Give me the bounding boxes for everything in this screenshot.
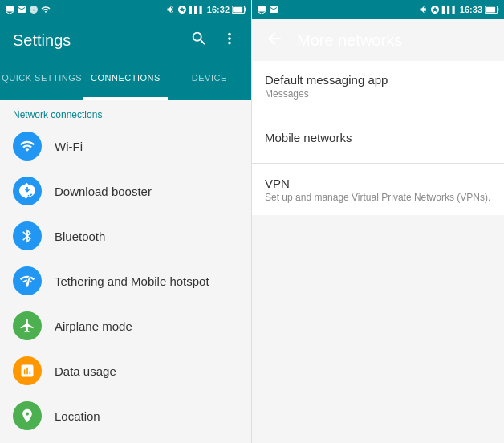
wifi-icon bbox=[13, 132, 42, 161]
vpn-subtitle: Set up and manage Virtual Private Networ… bbox=[265, 192, 491, 203]
location-label: Location bbox=[55, 409, 100, 423]
vpn-item[interactable]: VPN Set up and manage Virtual Private Ne… bbox=[252, 164, 504, 215]
wifi-label: Wi-Fi bbox=[55, 140, 83, 153]
location-icon bbox=[13, 401, 42, 430]
download-booster-item[interactable]: Download booster bbox=[0, 169, 251, 213]
search-icon[interactable] bbox=[190, 30, 208, 51]
left-status-icons: ↓ bbox=[5, 5, 51, 14]
tab-quick-settings[interactable]: QUICK SETTINGS bbox=[0, 61, 83, 100]
airplane-mode-item[interactable]: Airplane mode bbox=[0, 303, 251, 348]
svg-rect-9 bbox=[498, 8, 499, 12]
svg-rect-0 bbox=[6, 6, 14, 12]
bluetooth-icon bbox=[13, 222, 42, 250]
data-usage-icon bbox=[13, 356, 42, 385]
hotspot-icon bbox=[13, 266, 42, 295]
svg-rect-7 bbox=[258, 6, 266, 12]
svg-rect-10 bbox=[486, 7, 495, 13]
mobile-networks-title: Mobile networks bbox=[265, 131, 491, 144]
default-messaging-item[interactable]: Default messaging app Messages bbox=[252, 61, 504, 112]
right-status-bar: ▌▌▌ 16:33 bbox=[252, 0, 504, 19]
tab-connections[interactable]: CONNECTIONS bbox=[83, 61, 167, 100]
svg-rect-5 bbox=[233, 7, 242, 13]
default-messaging-title: Default messaging app bbox=[265, 73, 491, 87]
left-time: 16:32 bbox=[207, 5, 230, 14]
svg-rect-4 bbox=[245, 8, 246, 12]
section-header-network: Network connections bbox=[0, 100, 251, 124]
settings-tabs: QUICK SETTINGS CONNECTIONS DEVICE bbox=[0, 61, 251, 100]
left-app-bar-icons bbox=[190, 30, 238, 51]
right-panel: ▌▌▌ 16:33 More networks Default messagin… bbox=[252, 0, 504, 443]
left-panel: ↓ ▌▌▌ 16:32 Settings QUICK SETTINGS CO bbox=[0, 0, 252, 443]
more-networks-list: Default messaging app Messages Mobile ne… bbox=[252, 61, 504, 443]
right-time: 16:33 bbox=[460, 5, 482, 14]
hotspot-label: Tethering and Mobile hotspot bbox=[55, 274, 209, 288]
more-networks-item[interactable]: More networks bbox=[0, 438, 251, 443]
default-messaging-subtitle: Messages bbox=[265, 88, 491, 100]
airplane-mode-icon bbox=[13, 311, 42, 340]
right-status-icons-left bbox=[257, 5, 278, 14]
right-title-bar: More networks bbox=[252, 19, 504, 61]
left-status-right: ▌▌▌ 16:32 bbox=[165, 5, 246, 14]
bluetooth-item[interactable]: Bluetooth bbox=[0, 213, 251, 258]
hotspot-item[interactable]: Tethering and Mobile hotspot bbox=[0, 258, 251, 303]
back-button[interactable] bbox=[265, 29, 284, 52]
right-screen-title: More networks bbox=[297, 31, 402, 50]
right-status-icons-right: ▌▌▌ 16:33 bbox=[418, 5, 499, 14]
left-app-title: Settings bbox=[13, 31, 71, 50]
left-status-bar: ↓ ▌▌▌ 16:32 bbox=[0, 0, 251, 19]
mobile-networks-item[interactable]: Mobile networks bbox=[252, 112, 504, 164]
wifi-item[interactable]: Wi-Fi bbox=[0, 124, 251, 169]
tab-device[interactable]: DEVICE bbox=[168, 61, 251, 100]
svg-text:↓: ↓ bbox=[33, 7, 35, 12]
airplane-mode-label: Airplane mode bbox=[55, 319, 132, 333]
connections-list: Wi-Fi Download booster Bluetooth Tetheri… bbox=[0, 124, 251, 443]
left-app-bar: Settings bbox=[0, 19, 251, 61]
overflow-menu-icon[interactable] bbox=[221, 30, 238, 51]
download-booster-label: Download booster bbox=[55, 185, 152, 198]
data-usage-item[interactable]: Data usage bbox=[0, 348, 251, 393]
location-item[interactable]: Location bbox=[0, 393, 251, 438]
bluetooth-label: Bluetooth bbox=[55, 230, 105, 243]
data-usage-label: Data usage bbox=[55, 364, 116, 378]
right-signal: ▌▌▌ bbox=[442, 6, 457, 14]
download-booster-icon bbox=[13, 177, 42, 205]
left-signal: ▌▌▌ bbox=[189, 6, 205, 14]
vpn-title: VPN bbox=[265, 177, 491, 190]
